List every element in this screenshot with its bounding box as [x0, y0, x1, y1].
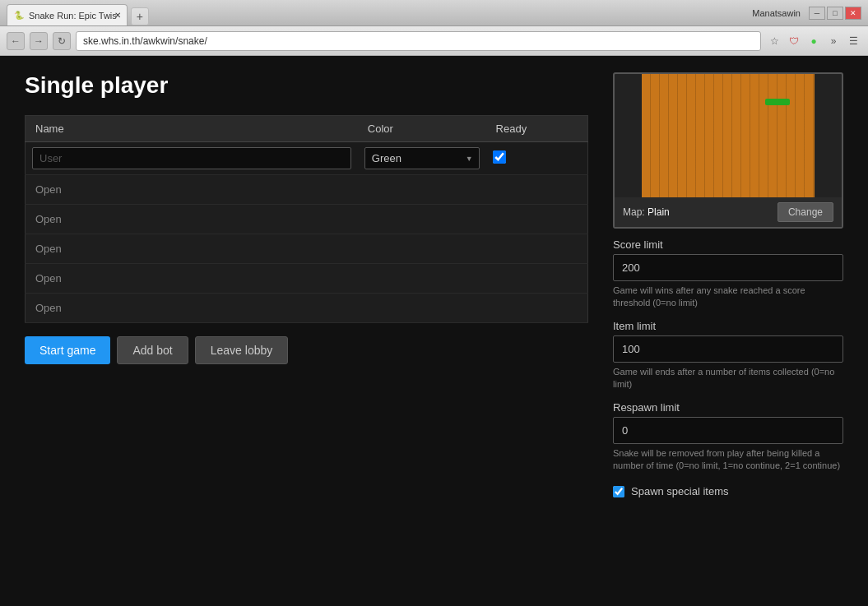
color-select[interactable]: GreenRedBlueYellowPurpleOrange [364, 147, 480, 169]
map-label: Map: Plain [623, 206, 670, 218]
score-limit-label: Score limit [613, 238, 843, 251]
left-panel: Single player Name Color Ready Gre [25, 72, 588, 590]
col-color: Color [358, 116, 486, 142]
respawn-limit-input[interactable] [613, 417, 843, 444]
back-button[interactable]: ← [7, 32, 25, 50]
col-name: Name [26, 116, 358, 142]
page-content: Single player Name Color Ready Gre [0, 56, 868, 606]
table-row: Open [26, 175, 588, 205]
item-limit-label: Item limit [613, 320, 843, 332]
open-slot-3: Open [26, 234, 588, 264]
respawn-limit-hint: Snake will be removed from play after be… [613, 447, 843, 473]
forward-button[interactable]: → [30, 32, 48, 50]
right-panel: Map: Plain Change Score limit Game will … [613, 72, 843, 590]
shield-icon[interactable]: 🛡 [786, 33, 802, 49]
item-limit-input[interactable] [613, 335, 843, 363]
button-row: Start game Add bot Leave lobby [25, 336, 588, 364]
color-select-wrapper: GreenRedBlueYellowPurpleOrange [364, 147, 480, 169]
leave-lobby-button[interactable]: Leave lobby [195, 336, 289, 364]
table-row: Open [26, 294, 588, 323]
page-title: Single player [25, 72, 588, 99]
address-bar[interactable]: ske.whs.in.th/awkwin/snake/ [76, 31, 761, 51]
map-canvas [642, 74, 815, 197]
tab-area: 🐍 Snake Run: Epic Twis ✕ + [7, 0, 149, 25]
open-slot-4: Open [26, 264, 588, 294]
snake-preview [765, 99, 790, 105]
browser-navbar: ← → ↻ ske.whs.in.th/awkwin/snake/ ☆ 🛡 ● … [0, 26, 868, 56]
open-slot-5: Open [26, 294, 588, 323]
score-limit-hint: Game will wins after any snake reached a… [613, 284, 843, 310]
map-name: Plain [648, 206, 670, 218]
spawn-special-checkbox[interactable] [613, 486, 624, 497]
new-tab-button[interactable]: + [131, 7, 149, 25]
map-preview-container: Map: Plain Change [613, 72, 843, 229]
browser-titlebar: 🐍 Snake Run: Epic Twis ✕ + Manatsawin ─ … [0, 0, 868, 26]
username-display: Manatsawin [752, 8, 801, 18]
window-controls: Manatsawin ─ □ ✕ [752, 7, 861, 20]
spawn-special-row: Spawn special items [613, 485, 843, 497]
item-limit-group: Item limit Game will ends after a number… [613, 320, 843, 391]
extensions-icon[interactable]: ☰ [845, 33, 861, 49]
score-limit-group: Score limit Game will wins after any sna… [613, 238, 843, 310]
restore-button[interactable]: □ [827, 7, 843, 20]
player-name-input[interactable] [32, 147, 351, 169]
tab-title: Snake Run: Epic Twis [29, 11, 117, 21]
player-name-cell [26, 142, 358, 175]
table-row: Open [26, 264, 588, 294]
ready-checkbox[interactable] [493, 150, 506, 164]
player-ready-cell [486, 142, 588, 175]
col-ready: Ready [486, 116, 588, 142]
open-slot-2: Open [26, 205, 588, 234]
respawn-limit-label: Respawn limit [613, 401, 843, 414]
table-row: Open [26, 234, 588, 264]
start-game-button[interactable]: Start game [25, 336, 110, 364]
spawn-special-label: Spawn special items [631, 485, 729, 497]
tab-close-button[interactable]: ✕ [112, 10, 123, 21]
change-map-button[interactable]: Change [777, 202, 833, 222]
menu-icon[interactable]: » [825, 33, 842, 49]
active-tab[interactable]: 🐍 Snake Run: Epic Twis ✕ [7, 4, 128, 25]
open-slot-1: Open [26, 175, 588, 205]
green-dot-icon[interactable]: ● [805, 33, 822, 49]
item-limit-hint: Game will ends after a number of items c… [613, 366, 843, 391]
star-icon[interactable]: ☆ [766, 33, 782, 49]
add-bot-button[interactable]: Add bot [117, 336, 188, 364]
nav-icons: ☆ 🛡 ● » ☰ [766, 33, 861, 49]
map-label-text: Map: [623, 206, 645, 218]
tab-favicon: 🐍 [14, 11, 24, 20]
reload-button[interactable]: ↻ [53, 32, 71, 50]
player-color-cell: GreenRedBlueYellowPurpleOrange [358, 142, 486, 175]
score-limit-input[interactable] [613, 254, 843, 281]
player-table: Name Color Ready GreenRedBlueYellowPurpl… [25, 115, 588, 323]
minimize-button[interactable]: ─ [809, 7, 825, 20]
table-row: GreenRedBlueYellowPurpleOrange [26, 142, 588, 175]
table-row: Open [26, 205, 588, 234]
respawn-limit-group: Respawn limit Snake will be removed from… [613, 401, 843, 473]
map-footer: Map: Plain Change [615, 197, 842, 227]
close-button[interactable]: ✕ [845, 7, 861, 20]
url-text: ske.whs.in.th/awkwin/snake/ [83, 35, 207, 47]
